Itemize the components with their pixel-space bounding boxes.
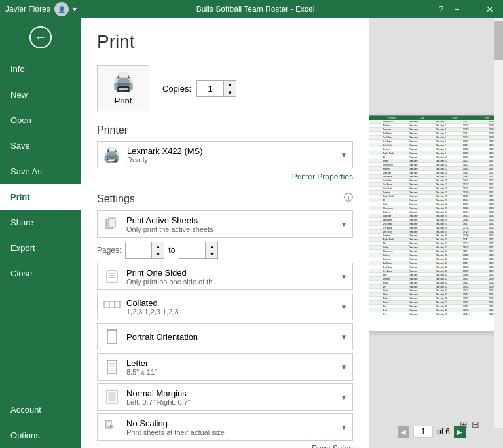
spreadsheet-preview: Name Position City State Time BurnsShort… [369,116,503,331]
sidebar-item-new[interactable]: New [0,82,81,107]
setting-active-sheets[interactable]: Print Active Sheets Only print the activ… [97,210,353,238]
one-sided-icon [103,267,121,286]
pages-from-decrement[interactable]: ▼ [152,250,164,258]
ss-cell: Garcia [369,203,383,206]
printer-section-title: Printer [97,124,353,136]
sidebar-item-info[interactable]: Info [0,56,81,82]
print-button[interactable]: 🖨️ Print [97,65,149,111]
collated-icon [103,297,121,316]
ss-cell: Utility [383,246,410,249]
ss-cell: Sat-day 5 [436,136,463,139]
ss-cell: Short [383,293,410,296]
ss-cell: Sat-day [409,282,436,284]
ss-cell: Sat-day [409,223,436,225]
setting-orientation[interactable]: Portrait Orientation ▼ [97,323,353,350]
preview-scrollbar-vertical[interactable] [494,18,503,428]
minimize-button[interactable]: − [450,4,463,14]
ss-cell: Sat-day [409,203,436,206]
ss-cell: Pitch [383,297,410,300]
ss-cell: Smith [369,313,383,316]
ss-cell: Sat-day 26 [436,219,463,221]
sidebar-item-account[interactable]: Account [0,397,81,422]
margins-icon [103,388,121,406]
one-sided-svg [105,269,119,284]
ss-cell: 2nd [383,309,410,312]
pages-to-decrement[interactable]: ▼ [206,250,217,258]
ss-cell: Sat-day 25 [436,215,463,217]
sidebar-item-print[interactable]: Print [0,184,81,210]
ss-cell: Left Field [383,231,410,233]
setting-one-sided[interactable]: Print One Sided Only print on one side o… [97,263,353,290]
paper-svg [106,360,118,374]
user-name: Javier Flores [5,5,50,14]
ss-cell: 32:55 [463,136,490,139]
ss-cell: 1st Base [383,132,410,135]
paper-main: Letter [126,358,341,368]
pages-from-input[interactable] [126,242,151,258]
pages-to-increment[interactable]: ▲ [206,242,217,250]
printer-selector[interactable]: 🖨️ Lexmark X422 (MS) Ready ▼ [97,141,353,168]
pages-to-input[interactable] [179,242,205,258]
setting-collated[interactable]: Collated 1,2,3 1,2,3 1,2,3 ▼ [97,293,353,320]
zoom-icon[interactable]: ⊟ [472,419,479,430]
ss-cell: 1st Base [383,219,410,221]
ss-cell: Garcia [369,207,383,210]
fit-page-icon[interactable]: ⊞ [460,419,468,430]
sidebar-item-close[interactable]: Close [0,261,81,286]
ss-cell: DH [383,199,410,202]
ss-cell: Sat-day [409,207,436,210]
ss-cell: Castro [369,148,383,151]
ss-cell: 36:35 [463,215,490,217]
pages-from-increment[interactable]: ▲ [152,242,164,250]
svg-rect-8 [115,301,120,308]
help-button[interactable]: ? [435,4,448,14]
copies-decrement[interactable]: ▼ [224,88,236,96]
scrollbar-thumb[interactable] [494,21,503,60]
setting-scaling[interactable]: 100 No Scaling Print sheets at their act… [97,413,353,441]
sidebar-item-export[interactable]: Export [0,235,81,261]
back-button[interactable]: ← [0,18,81,56]
sidebar-item-save-as-label: Save As [10,166,42,176]
sidebar-item-share[interactable]: Share [0,210,81,235]
ss-cell: 2nd Base [383,136,410,139]
sidebar-item-options[interactable]: Options [0,422,81,448]
copies-input[interactable] [197,81,223,96]
page-title: Print [97,31,353,52]
ss-cell: Harris [369,219,383,221]
ss-cell: Nelson [369,274,383,276]
sidebar-item-options-label: Options [10,430,40,440]
ss-cell: 41:10 [463,313,490,316]
settings-info-icon[interactable]: ⓘ [344,192,353,204]
restore-button[interactable]: □ [466,4,479,14]
ss-cell: Burns [369,121,383,123]
prev-page-button[interactable]: ◀ [398,426,409,438]
sidebar: ← Info New Open Save Save As Print Share… [0,18,81,448]
page-setup-link[interactable]: Page Setup [312,444,353,448]
page-of-label: of 6 [437,427,450,436]
ss-cell: Ortiz [369,278,383,280]
ss-cell: Evans [369,195,383,198]
app-body: ← Info New Open Save Save As Print Share… [0,18,503,448]
setting-paper[interactable]: Letter 8.5" x 11" ▼ [97,353,353,381]
ss-cell: Sat-day [409,262,436,265]
paper-sub: 8.5" x 11" [126,368,341,376]
ss-cell: Sat-day 20 [436,195,463,198]
collated-sub: 1,2,3 1,2,3 1,2,3 [126,308,341,316]
current-page-input[interactable] [413,426,433,438]
ss-cell: Sat-day [409,227,436,229]
printer-dropdown-arrow: ▼ [341,151,347,159]
sidebar-item-save[interactable]: Save [0,133,81,159]
printer-status: Ready [127,156,341,164]
printer-device-icon: 🖨️ [103,147,121,164]
printer-properties-link[interactable]: Printer Properties [292,172,353,181]
sidebar-item-open[interactable]: Open [0,107,81,133]
ss-cell: Left [383,274,410,276]
copies-increment[interactable]: ▲ [224,81,236,88]
preview-sheet: Name Position City State Time BurnsShort… [369,115,503,331]
setting-margins[interactable]: Normal Margins Left: 0.7" Right: 0.7" ▼ [97,383,353,411]
ss-cell: Sat-day [409,199,436,202]
close-button[interactable]: ✕ [482,4,498,14]
ss-cell: Davis [369,164,383,166]
settings-section-title: Settings [97,193,135,205]
sidebar-item-save-as[interactable]: Save As [0,159,81,184]
